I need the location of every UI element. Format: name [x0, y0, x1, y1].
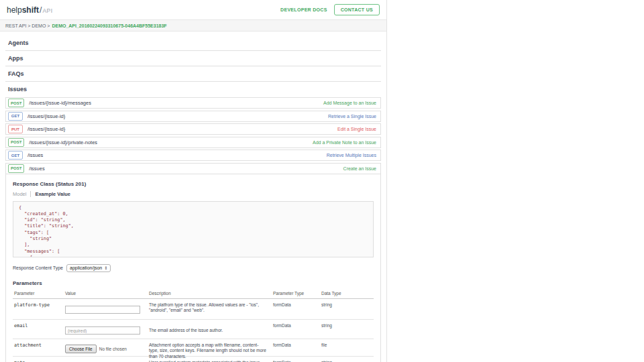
- endpoint-row-put-single-issue[interactable]: PUT /issues/{issue-id} Edit a Single Iss…: [5, 123, 381, 135]
- file-status-text: No file chosen: [99, 347, 127, 351]
- param-data-type: file: [321, 343, 374, 356]
- contact-us-button[interactable]: CONTACT US: [334, 4, 380, 15]
- param-type: formData: [273, 323, 321, 339]
- example-value-code-block: { "created_at": 0, "id": "string", "titl…: [13, 201, 374, 257]
- endpoint-action-link[interactable]: Retrieve a Single Issue: [328, 114, 376, 119]
- breadcrumb-current-api[interactable]: DEMO_API_20160224093310675-046A4BF55E318…: [52, 23, 166, 28]
- api-docs-page: helpshift/API DEVELOPER DOCS CONTACT US …: [0, 0, 387, 362]
- endpoint-row-get-single-issue[interactable]: GET /issues/{issue-id} Retrieve a Single…: [5, 111, 381, 122]
- param-row-email: email The email address of the issue aut…: [13, 320, 374, 339]
- response-content-type-row: Response Content Type application/json ⇕: [13, 264, 374, 272]
- response-class-title: Response Class (Status 201): [13, 181, 374, 187]
- parameters-table-header: Parameter Value Description Parameter Ty…: [13, 289, 374, 299]
- response-content-type-label: Response Content Type: [13, 265, 63, 270]
- select-arrows-icon: ⇕: [104, 265, 107, 270]
- section-issues[interactable]: Issues: [5, 82, 381, 97]
- response-class-tabs: Model Example Value: [13, 191, 374, 197]
- endpoint-row-post-messages[interactable]: POST /issues/{issue-id}/messages Add Mes…: [5, 97, 381, 109]
- endpoint-action-link[interactable]: Create an Issue: [343, 166, 376, 171]
- response-content-type-selected: application/json: [70, 265, 102, 270]
- param-data-type: string: [321, 302, 374, 319]
- col-header-parameter-type: Parameter Type: [273, 291, 321, 296]
- endpoint-row-post-private-notes[interactable]: POST /issues/{issue-id}/private-notes Ad…: [5, 137, 381, 148]
- section-agents[interactable]: Agents: [5, 36, 381, 51]
- logo-help-text: help: [7, 5, 22, 15]
- section-faqs[interactable]: FAQs: [5, 66, 381, 82]
- breadcrumb-path[interactable]: REST API > DEMO >: [5, 23, 50, 28]
- example-json-code: { "created_at": 0, "id": "string", "titl…: [19, 205, 368, 257]
- endpoint-row-get-multiple-issues[interactable]: GET /issues Retrieve Multiple Issues: [5, 149, 381, 161]
- param-description: User supplied custom metadata associated…: [149, 360, 273, 362]
- col-header-value: Value: [65, 291, 149, 296]
- endpoint-path: /issues: [28, 152, 43, 158]
- helpshift-logo: helpshift/API: [7, 5, 53, 15]
- endpoint-action-link[interactable]: Retrieve Multiple Issues: [327, 153, 376, 158]
- top-header: helpshift/API DEVELOPER DOCS CONTACT US: [0, 0, 386, 20]
- endpoint-row-post-create-issue[interactable]: POST /issues Create an Issue: [5, 163, 381, 174]
- param-description: The email address of the issue author.: [149, 328, 273, 339]
- endpoint-path: /issues/{issue-id}: [28, 126, 65, 132]
- param-name: email: [13, 323, 65, 339]
- logo-slash: /: [40, 5, 42, 15]
- email-input[interactable]: [65, 326, 140, 335]
- param-name: platform-type: [13, 302, 65, 319]
- endpoint-path: /issues/{issue-id}/private-notes: [29, 139, 97, 145]
- developer-docs-link[interactable]: DEVELOPER DOCS: [280, 7, 327, 12]
- param-description: The platfrom type of the issue. Allowed …: [149, 302, 273, 319]
- col-header-parameter: Parameter: [13, 291, 65, 296]
- param-data-type: string: [321, 360, 374, 362]
- parameters-title: Parameters: [13, 280, 374, 286]
- param-data-type: string: [321, 323, 374, 339]
- endpoint-action-link[interactable]: Edit a Single Issue: [337, 127, 376, 131]
- param-type: formData: [273, 343, 321, 356]
- param-type: formData: [273, 360, 321, 362]
- param-description: Attachment option accepts a map with fil…: [149, 343, 273, 356]
- endpoint-path: /issues: [29, 166, 44, 172]
- method-badge-post: POST: [8, 99, 24, 107]
- logo-api-text: API: [42, 7, 52, 14]
- col-header-description: Description: [149, 291, 273, 296]
- logo-shift-text: shift: [22, 5, 39, 15]
- main-content: Agents Apps FAQs Issues POST /issues/{is…: [0, 32, 386, 362]
- method-badge-get: GET: [8, 151, 23, 160]
- col-header-data-type: Data Type: [321, 291, 374, 296]
- endpoint-path: /issues/{issue-id}: [28, 113, 65, 119]
- method-badge-put: PUT: [8, 125, 23, 133]
- tab-model[interactable]: Model: [13, 191, 31, 197]
- endpoint-action-link[interactable]: Add Message to an Issue: [323, 101, 376, 105]
- param-name: meta: [13, 360, 65, 362]
- endpoint-path: /issues/{issue-id}/messages: [29, 100, 91, 106]
- platform-type-input[interactable]: [65, 306, 140, 314]
- header-actions: DEVELOPER DOCS CONTACT US: [280, 4, 380, 15]
- section-apps[interactable]: Apps: [5, 51, 381, 66]
- param-row-meta: meta User supplied custom metadata assoc…: [13, 357, 374, 362]
- param-row-platform-type: platform-type The platfrom type of the i…: [13, 299, 374, 320]
- method-badge-post: POST: [8, 138, 24, 147]
- response-content-type-select[interactable]: application/json ⇕: [66, 264, 111, 272]
- tab-example-value[interactable]: Example Value: [31, 191, 70, 197]
- create-issue-expanded-panel: Response Class (Status 201) Model Exampl…: [5, 174, 381, 362]
- param-type: formData: [273, 302, 321, 319]
- method-badge-post: POST: [8, 164, 24, 173]
- endpoint-action-link[interactable]: Add a Private Note to an Issue: [313, 140, 376, 145]
- param-row-attachment: attachment Choose File No file chosen At…: [13, 339, 374, 357]
- method-badge-get: GET: [8, 112, 23, 121]
- breadcrumb: REST API > DEMO > DEMO_API_2016022409331…: [0, 20, 386, 32]
- param-name: attachment: [13, 343, 65, 356]
- choose-file-button[interactable]: Choose File: [65, 345, 97, 353]
